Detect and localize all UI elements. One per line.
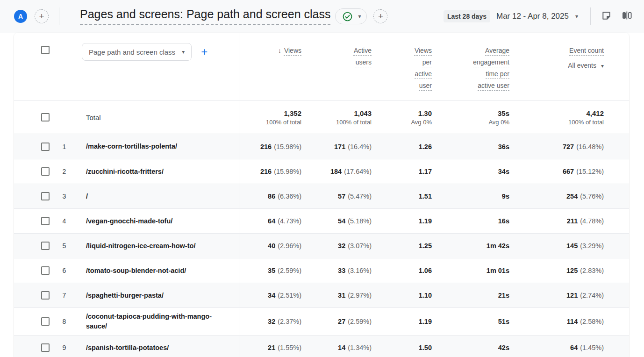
row-checkbox[interactable] (41, 291, 50, 300)
date-range-selector[interactable]: Mar 12 - Apr 8, 2025 ▾ (496, 12, 578, 21)
event-count-cell: 114 (2.58%) (509, 308, 604, 335)
notes-button[interactable] (600, 10, 612, 22)
avatar[interactable]: A (14, 10, 27, 23)
row-checkbox[interactable] (41, 266, 50, 275)
chevron-down-icon: ▾ (358, 14, 361, 19)
total-label: Total (75, 101, 239, 134)
divider (59, 7, 59, 25)
event-count-cell: 125 (2.83%) (509, 258, 604, 283)
views-cell: 40 (2.96%) (239, 234, 301, 258)
views-per-active-user-cell: 1.25 (372, 234, 432, 258)
avg-engagement-time-cell: 16s (432, 209, 509, 233)
total-row: Total 1,352 100% of total 1,043 100% of … (14, 100, 629, 134)
row-rank: 6 (54, 258, 75, 283)
comparisons-button[interactable] (621, 10, 633, 22)
views-cell: 216 (15.98%) (239, 159, 301, 184)
page-path: / (75, 184, 239, 208)
avg-engagement-time-cell: 36s (432, 134, 509, 159)
table-row: 3 / 86 (6.36%) 57 (5.47%) 1.51 9s 254 (5… (14, 184, 629, 208)
views-per-active-user-cell: 1.26 (372, 134, 432, 159)
row-rank: 7 (54, 283, 75, 307)
views-cell: 21 (1.55%) (239, 336, 301, 357)
dimension-label: Page path and screen class (89, 48, 175, 56)
row-rank: 8 (54, 308, 75, 335)
row-checkbox[interactable] (41, 143, 50, 151)
column-header-event-count[interactable]: Event count All events ▾ (509, 33, 604, 100)
event-count-cell: 667 (15.12%) (509, 159, 604, 184)
views-per-active-user-cell: 1.10 (372, 283, 432, 307)
views-cell: 32 (2.37%) (239, 308, 301, 335)
views-per-active-user-cell: 1.06 (372, 258, 432, 283)
select-all-checkbox[interactable] (41, 46, 50, 54)
report-status-dropdown[interactable]: ▾ (335, 8, 367, 24)
column-header-views-per-active-user[interactable]: Views per active user (372, 33, 432, 100)
column-header-views[interactable]: ↓Views (239, 33, 301, 100)
total-views: 1,352 100% of total (239, 101, 301, 134)
add-dimension-button[interactable]: + (201, 43, 208, 61)
row-rank: 9 (54, 336, 75, 357)
plus-icon: + (378, 11, 383, 21)
page-path: /spanish-tortilla-potatoes/ (75, 336, 239, 357)
table-row: 8 /coconut-tapioca-pudding-with-mango-sa… (14, 307, 629, 335)
date-range-text: Mar 12 - Apr 8, 2025 (496, 12, 569, 21)
row-checkbox[interactable] (41, 217, 50, 225)
page-path: /vegan-gnocchi-made-tofu/ (75, 209, 239, 233)
total-active-users: 1,043 100% of total (301, 101, 372, 134)
dimension-dropdown[interactable]: Page path and screen class ▾ (82, 43, 192, 61)
active-users-cell: 54 (5.18%) (301, 209, 372, 233)
page-path: /liquid-nitrogen-ice-cream-how-to/ (75, 234, 239, 258)
avg-engagement-time-cell: 51s (432, 308, 509, 335)
row-checkbox[interactable] (41, 192, 50, 200)
column-header-active-users[interactable]: Active users (301, 33, 372, 100)
avg-engagement-time-cell: 34s (432, 159, 509, 184)
date-range-badge[interactable]: Last 28 days (444, 10, 490, 22)
total-checkbox[interactable] (41, 113, 50, 121)
page-path: /make-corn-tortillas-polenta/ (75, 134, 239, 159)
page-title[interactable]: Pages and screens: Page path and screen … (80, 7, 330, 25)
row-checkbox[interactable] (41, 317, 50, 326)
table-row: 2 /zucchini-ricotta-fritters/ 216 (15.98… (14, 159, 629, 184)
chevron-down-icon: ▾ (575, 14, 578, 19)
table-header-row: Page path and screen class ▾ + ↓Views Ac… (14, 33, 629, 100)
row-rank: 1 (54, 134, 75, 159)
views-per-active-user-cell: 1.51 (372, 184, 432, 208)
event-filter-dropdown[interactable]: All events ▾ (509, 60, 604, 71)
add-metric-button[interactable]: + (373, 9, 387, 23)
sort-descending-icon: ↓ (278, 45, 281, 57)
row-rank: 5 (54, 234, 75, 258)
row-checkbox[interactable] (41, 167, 50, 176)
views-per-active-user-cell: 1.17 (372, 159, 432, 184)
table-row: 9 /spanish-tortilla-potatoes/ 21 (1.55%)… (14, 335, 629, 357)
event-count-cell: 121 (2.74%) (509, 283, 604, 307)
event-count-cell: 64 (1.45%) (509, 336, 604, 357)
views-cell: 86 (6.36%) (239, 184, 301, 208)
views-per-active-user-cell: 1.19 (372, 209, 432, 233)
avg-engagement-time-cell: 9s (432, 184, 509, 208)
table-row: 6 /tomato-soup-blender-not-acid/ 35 (2.5… (14, 258, 629, 283)
table-row: 4 /vegan-gnocchi-made-tofu/ 64 (4.73%) 5… (14, 208, 629, 233)
column-header-avg-engagement-time[interactable]: Average engagement time per active user (432, 33, 509, 100)
views-cell: 35 (2.59%) (239, 258, 301, 283)
divider (590, 7, 591, 25)
active-users-cell: 31 (2.97%) (301, 283, 372, 307)
page-path: /tomato-soup-blender-not-acid/ (75, 258, 239, 283)
row-checkbox[interactable] (41, 242, 50, 250)
views-per-active-user-cell: 1.50 (372, 336, 432, 357)
note-icon (601, 10, 612, 23)
active-users-cell: 14 (1.34%) (301, 336, 372, 357)
total-avg-engagement-time: 35s Avg 0% (432, 101, 509, 134)
active-users-cell: 32 (3.07%) (301, 234, 372, 258)
table-body: 1 /make-corn-tortillas-polenta/ 216 (15.… (14, 134, 629, 357)
page-path: /coconut-tapioca-pudding-with-mango-sauc… (75, 308, 239, 335)
table-row: 5 /liquid-nitrogen-ice-cream-how-to/ 40 … (14, 233, 629, 258)
table-row: 1 /make-corn-tortillas-polenta/ 216 (15.… (14, 134, 629, 159)
active-users-cell: 27 (2.59%) (301, 308, 372, 335)
views-cell: 34 (2.51%) (239, 283, 301, 307)
add-comparison-button[interactable]: + (35, 9, 49, 23)
row-rank: 3 (54, 184, 75, 208)
active-users-cell: 184 (17.64%) (301, 159, 372, 184)
total-event-count: 4,412 100% of total (509, 101, 604, 134)
event-count-cell: 254 (5.76%) (509, 184, 604, 208)
row-checkbox[interactable] (41, 343, 50, 352)
row-rank: 4 (54, 209, 75, 233)
